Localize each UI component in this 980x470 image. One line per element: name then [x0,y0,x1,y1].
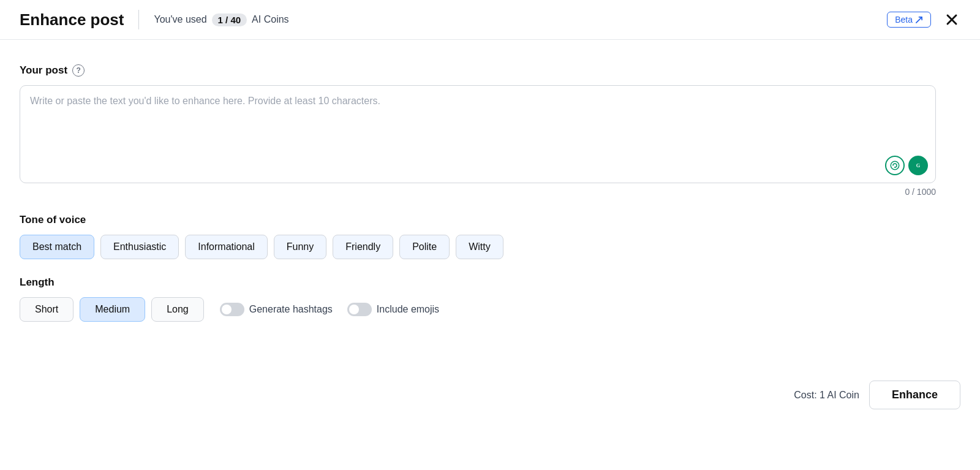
tone-label-text: Tone of voice [20,214,86,226]
tone-chip-witty[interactable]: Witty [456,235,503,259]
emojis-toggle-group: Include emojis [347,303,439,316]
hashtags-toggle[interactable] [220,303,244,316]
post-textarea-wrapper: G [20,85,936,183]
help-icon[interactable]: ? [72,64,85,77]
tone-chip-best-match[interactable]: Best match [20,235,94,259]
post-textarea[interactable] [30,96,925,169]
close-button[interactable] [943,11,960,28]
your-post-label-text: Your post [20,64,67,77]
enhance-button[interactable]: Enhance [869,381,960,409]
tone-section: Tone of voice Best match Enthusiastic In… [20,214,936,259]
beta-button[interactable]: Beta [887,12,931,28]
tone-options: Best match Enthusiastic Informational Fu… [20,235,936,259]
main-content: Your post ? G [0,40,956,341]
length-section: Length Short Medium Long Generate hashta… [20,276,936,322]
coins-prefix: You've used [154,14,206,25]
header-right: Beta [887,11,960,28]
tone-label: Tone of voice [20,214,936,226]
length-chip-long[interactable]: Long [151,297,204,322]
length-label-text: Length [20,276,55,289]
header-coins: You've used 1 / 40 AI Coins [154,13,288,26]
beta-label: Beta [895,15,913,25]
grammarly-icon[interactable]: G [908,156,928,175]
length-chip-short[interactable]: Short [20,297,74,322]
tone-chip-enthusiastic[interactable]: Enthusiastic [100,235,179,259]
header: Enhance post You've used 1 / 40 AI Coins… [0,0,980,40]
coins-badge: 1 / 40 [212,13,247,26]
footer: Cost: 1 AI Coin Enhance [0,366,980,424]
your-post-label: Your post ? [20,64,936,77]
tone-chip-polite[interactable]: Polite [399,235,450,259]
external-link-icon [915,16,923,24]
coins-suffix: AI Coins [252,14,288,25]
close-icon [943,11,960,28]
tone-chip-informational[interactable]: Informational [185,235,268,259]
header-divider [138,10,139,29]
textarea-icons: G [885,156,928,175]
emojis-label: Include emojis [377,304,439,315]
hashtags-toggle-group: Generate hashtags [220,303,333,316]
page-title: Enhance post [20,10,124,29]
tone-chip-funny[interactable]: Funny [274,235,326,259]
length-chip-medium[interactable]: Medium [80,297,145,322]
your-post-section: Your post ? G [20,64,936,197]
tone-chip-friendly[interactable]: Friendly [333,235,393,259]
length-options-row: Short Medium Long Generate hashtags Incl… [20,297,936,322]
cost-label: Cost: 1 AI Coin [794,390,859,401]
char-count: 0 / 1000 [20,187,936,197]
svg-point-1 [894,167,895,168]
svg-point-0 [891,161,899,170]
svg-text:G: G [916,163,921,169]
length-label: Length [20,276,936,289]
quillbot-icon[interactable] [885,156,905,175]
hashtags-label: Generate hashtags [249,304,333,315]
emojis-toggle[interactable] [347,303,372,316]
toggles-row: Generate hashtags Include emojis [220,303,439,316]
